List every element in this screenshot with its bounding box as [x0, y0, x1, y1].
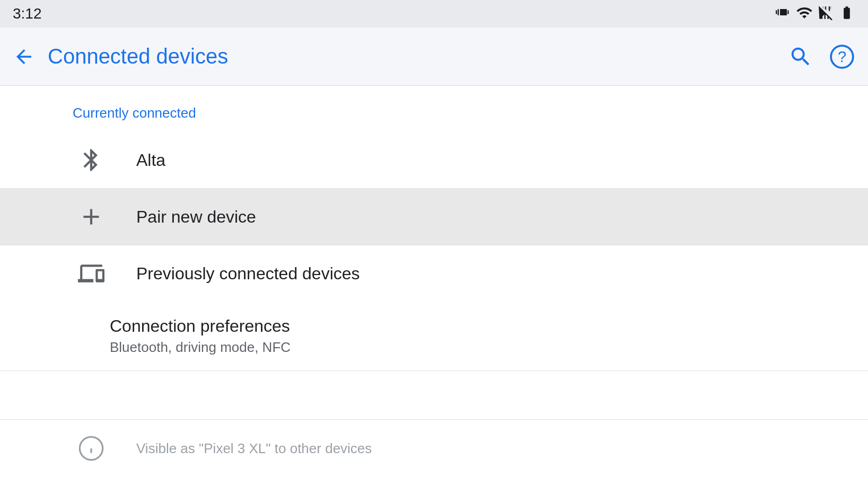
page-title: Connected devices — [48, 45, 788, 68]
devices-icon — [73, 260, 110, 287]
connection-preferences[interactable]: Connection preferences Bluetooth, drivin… — [0, 302, 868, 371]
bluetooth-icon — [73, 147, 110, 173]
pair-new-device[interactable]: Pair new device — [0, 189, 868, 245]
alta-name: Alta — [136, 151, 165, 170]
device-alta[interactable]: Alta — [0, 132, 868, 189]
previously-connected-devices[interactable]: Previously connected devices — [0, 245, 868, 302]
currently-connected-header: Currently connected — [0, 86, 868, 132]
status-time: 3:12 — [13, 5, 42, 22]
status-icons — [776, 4, 855, 23]
previously-connected-title: Previously connected devices — [136, 264, 360, 283]
alta-content: Alta — [136, 151, 795, 170]
info-icon — [73, 435, 110, 462]
battery-icon — [838, 5, 855, 22]
pair-new-content: Pair new device — [136, 207, 795, 227]
pair-new-title: Pair new device — [136, 207, 256, 226]
connection-preferences-content: Connection preferences Bluetooth, drivin… — [110, 316, 795, 356]
svg-text:?: ? — [838, 48, 846, 65]
help-button[interactable]: ? — [829, 43, 855, 70]
connection-preferences-subtitle: Bluetooth, driving mode, NFC — [110, 339, 795, 356]
content-area: Currently connected Alta Pair new device — [0, 86, 868, 371]
wifi-icon — [796, 4, 813, 23]
back-button[interactable] — [13, 46, 35, 68]
toolbar-actions: ? — [788, 43, 855, 70]
vibrate-icon — [776, 5, 791, 23]
toolbar: Connected devices ? — [0, 28, 868, 86]
footer-text: Visible as "Pixel 3 XL" to other devices — [136, 440, 372, 457]
previously-connected-content: Previously connected devices — [136, 264, 795, 284]
search-button[interactable] — [788, 45, 813, 69]
svg-rect-0 — [780, 9, 786, 15]
status-bar: 3:12 — [0, 0, 868, 28]
footer-info: Visible as "Pixel 3 XL" to other devices — [0, 419, 868, 477]
connection-preferences-title: Connection preferences — [110, 316, 795, 336]
section-header-text: Currently connected — [73, 105, 196, 121]
plus-icon — [73, 204, 110, 230]
signal-icon — [818, 5, 833, 22]
